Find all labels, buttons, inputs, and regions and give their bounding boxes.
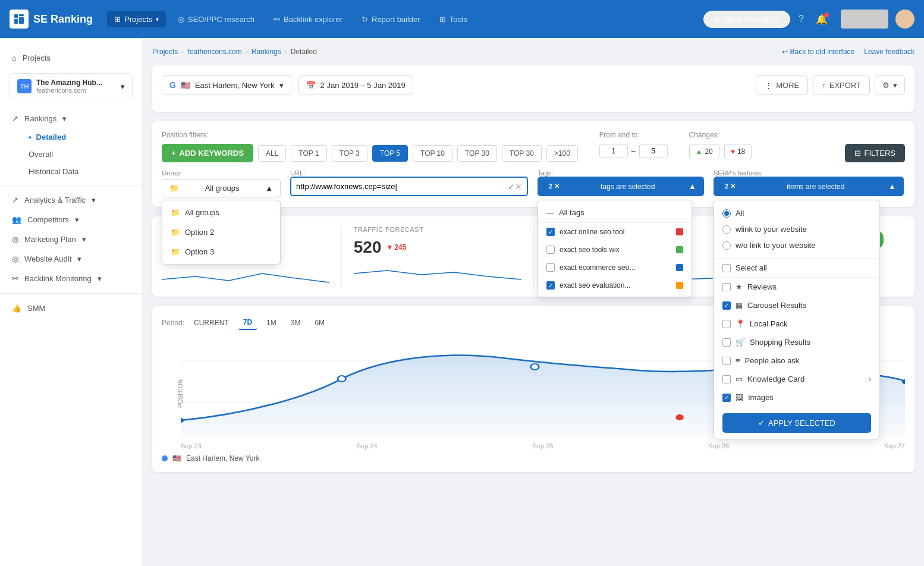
tags-all-option[interactable]: — All tags <box>538 203 692 223</box>
sidebar-item-smm[interactable]: 👍 SMM <box>0 298 142 318</box>
tag-checkbox-3[interactable] <box>546 263 555 272</box>
sidebar-item-competitors[interactable]: 👥 Competitors ▾ <box>0 210 142 229</box>
nav-projects[interactable]: ⊞ Projects ▾ <box>107 11 166 27</box>
period-7d[interactable]: 7D <box>238 316 257 330</box>
leave-feedback[interactable]: Leave feedback <box>864 48 914 56</box>
tag-item-1[interactable]: ✓ exact online seo tool <box>538 223 692 241</box>
plus-icon: + <box>171 149 176 158</box>
serp-item-reviews[interactable]: ★ Reviews <box>714 278 879 296</box>
period-current[interactable]: CURRENT <box>189 316 234 329</box>
group-all-groups[interactable]: 📁 All groups <box>162 203 280 222</box>
project-selector[interactable]: TH The Amazing Hub... feathericons.com ▾ <box>10 73 133 99</box>
more-button[interactable]: ⋮ MORE <box>756 76 808 95</box>
serp-checkbox-knowledge[interactable] <box>722 375 731 383</box>
tag-item-3[interactable]: exact ecommerce seo... <box>538 259 692 276</box>
new-project-button[interactable]: ⊕ NEW PROJECT <box>703 11 790 28</box>
url-input[interactable] <box>296 178 504 195</box>
pos-btn-top1[interactable]: TOP 1 <box>291 145 326 162</box>
serp-checkbox-local-pack[interactable] <box>722 320 731 328</box>
pos-btn-all[interactable]: ALL <box>258 145 286 162</box>
pos-btn-top30b[interactable]: TOP 30 <box>502 145 542 162</box>
select-all-checkbox[interactable] <box>722 264 731 272</box>
url-clear-icon[interactable]: ✕ <box>515 182 522 191</box>
filters-button[interactable]: ⊟ FILTERS <box>845 144 906 162</box>
nav-report[interactable]: ↻ Report builder <box>354 11 428 27</box>
settings-button[interactable]: ⚙ ▾ <box>875 76 905 95</box>
group-option2[interactable]: 📁 Option 2 <box>162 222 280 242</box>
serp-checkbox-images[interactable]: ✓ <box>722 394 731 402</box>
add-keywords-button[interactable]: + ADD KEYWORDS <box>162 144 253 162</box>
sidebar-item-overall[interactable]: Overall <box>0 146 142 163</box>
serp-radio-all[interactable]: All <box>722 205 871 221</box>
range-from-input[interactable] <box>599 144 628 158</box>
sidebar-item-marketing[interactable]: ◎ Marketing Plan ▾ <box>0 229 142 249</box>
pos-btn-100[interactable]: >100 <box>546 145 578 162</box>
pos-btn-top3[interactable]: TOP 3 <box>332 145 367 162</box>
serp-checkbox-reviews[interactable] <box>722 283 731 291</box>
chevron-up-icon: ▲ <box>689 182 696 191</box>
serp-item-knowledge[interactable]: ▭ Knowledge Card › <box>714 370 879 388</box>
serp-item-people-ask[interactable]: ≡ People also ask <box>714 351 879 370</box>
serp-item-shopping[interactable]: 🛒 Shopping Results <box>714 333 879 351</box>
tags-selector[interactable]: 2 ✕ tags are selected ▲ <box>538 177 704 196</box>
serp-radio-wo-link[interactable]: w/o link to your website <box>722 237 871 253</box>
export-button[interactable]: ↑ EXPORT <box>813 76 870 95</box>
gear-icon: ⚙ <box>882 81 890 90</box>
date-range-selector[interactable]: 📅 2 Jan 2019 – 5 Jan 2019 <box>298 76 413 95</box>
change-down-button[interactable]: ♥ 18 <box>724 144 752 159</box>
x-label-1: Sep 24 <box>357 442 378 449</box>
pos-btn-top30a[interactable]: TOP 30 <box>457 145 497 162</box>
sidebar-item-backlinks[interactable]: ⚯ Backlink Monitoring ▾ <box>0 269 142 288</box>
group-option3[interactable]: 📁 Option 3 <box>162 242 280 262</box>
radio-wo-link[interactable] <box>722 241 731 250</box>
from-to-range: – <box>599 144 668 158</box>
radio-wlink[interactable] <box>722 225 731 234</box>
location-selector[interactable]: G 🇺🇸 East Harlem, New York ▾ <box>162 75 291 95</box>
group-filter-group: Group: 📁 All groups ▲ 📁 All groups 📁 <box>162 169 281 197</box>
serp-checkbox-shopping[interactable] <box>722 338 731 347</box>
logo[interactable]: SE Ranking <box>10 10 93 29</box>
help-button[interactable]: ? <box>795 10 807 28</box>
period-6m[interactable]: 6M <box>310 316 329 329</box>
period-3m[interactable]: 3M <box>286 316 306 329</box>
change-up-button[interactable]: ▲ 20 <box>689 144 719 159</box>
tag-item-2[interactable]: exact seo tools wix <box>538 241 692 259</box>
serp-select-all[interactable]: Select all <box>714 259 879 278</box>
breadcrumb-site[interactable]: feathericons.com <box>187 48 241 56</box>
nav-tools[interactable]: ⊞ Tools <box>432 11 474 27</box>
breadcrumb-rankings[interactable]: Rankings <box>252 48 281 56</box>
tag-checkbox-4[interactable]: ✓ <box>546 281 555 290</box>
tag-item-4[interactable]: ✓ exact seo evaluation... <box>538 276 692 294</box>
range-to-input[interactable] <box>639 144 668 158</box>
sidebar-item-rankings[interactable]: ↗ Rankings ▾ <box>0 109 142 128</box>
sidebar-item-analytics[interactable]: ↗ Analytics & Traffic ▾ <box>0 190 142 210</box>
avatar[interactable] <box>895 10 914 29</box>
url-confirm-icon[interactable]: ✓ <box>508 182 515 191</box>
sidebar-item-historical[interactable]: Historical Data <box>0 163 142 180</box>
main-content: Projects › feathericons.com › Rankings ›… <box>143 38 924 566</box>
back-to-old-interface[interactable]: ↩ Back to old interface <box>782 48 855 56</box>
serp-radio-wlink[interactable]: wlink to your website <box>722 221 871 237</box>
tag-checkbox-2[interactable] <box>546 246 555 254</box>
sidebar-item-audit[interactable]: ◎ Website Audit ▾ <box>0 249 142 269</box>
serp-checkbox-people-ask[interactable] <box>722 357 731 365</box>
sidebar-item-projects[interactable]: ⌂ Projects <box>0 48 142 68</box>
period-1m[interactable]: 1M <box>262 316 281 329</box>
chart-x-labels: Sep 23 Sep 24 Sep 25 Sep 26 Sep 27 <box>181 440 905 449</box>
serp-item-carousel[interactable]: ✓ ▦ Carousel Results <box>714 296 879 315</box>
pos-btn-top5[interactable]: TOP 5 <box>372 145 408 162</box>
notifications-button[interactable]: 🔔 <box>812 10 831 29</box>
breadcrumb-projects[interactable]: Projects <box>152 48 178 56</box>
serp-checkbox-carousel[interactable]: ✓ <box>722 301 731 310</box>
serp-item-images[interactable]: ✓ 🖼 Images <box>714 388 879 407</box>
pos-btn-top10[interactable]: TOP 10 <box>413 145 452 162</box>
nav-backlink[interactable]: ⚯ Backlink explorer <box>266 11 350 27</box>
apply-selected-button[interactable]: ✓ APPLY SELECTED <box>722 413 871 433</box>
nav-seo-ppc[interactable]: ◎ SEO/PPC research <box>171 11 262 27</box>
tag-checkbox-1[interactable]: ✓ <box>546 228 555 236</box>
radio-all[interactable] <box>722 209 731 218</box>
serp-selector[interactable]: 2 ✕ items are selected ▲ <box>714 177 904 196</box>
sidebar-item-detailed[interactable]: Detailed <box>0 128 142 146</box>
serp-item-local-pack[interactable]: 📍 Local Pack <box>714 315 879 333</box>
group-selector[interactable]: 📁 All groups ▲ <box>162 179 281 197</box>
